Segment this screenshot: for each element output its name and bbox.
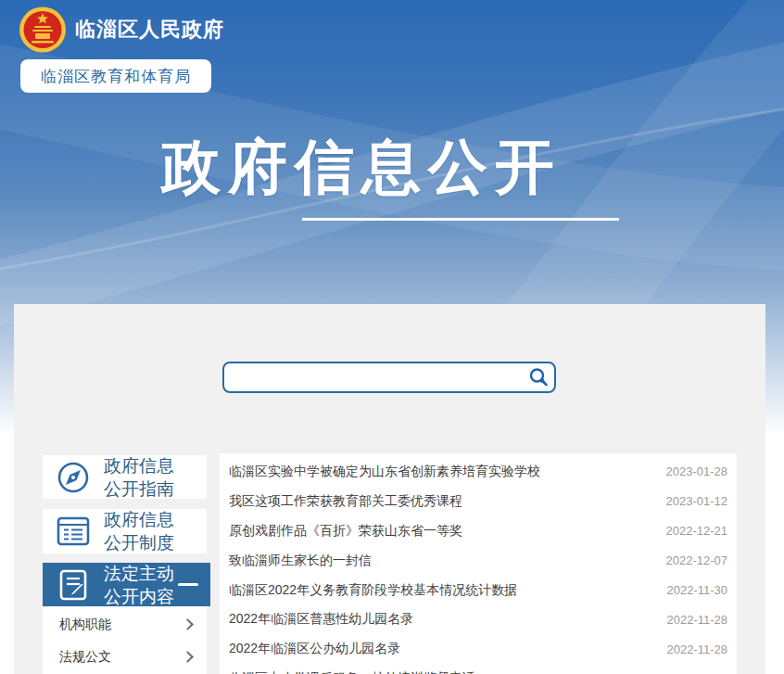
news-title[interactable]: 临淄区中小学课后服务、校外培训监督电话 [229, 670, 475, 674]
search-icon [527, 366, 550, 388]
clipboard-pen-icon [55, 567, 92, 603]
collapse-dash-icon[interactable] [178, 583, 198, 586]
page-title: 政府信息公开 [161, 135, 562, 198]
news-list-item[interactable]: 我区这项工作荣获教育部关工委优秀课程 2023-01-12 [229, 487, 727, 516]
subitem-label: 机构职能 [59, 617, 111, 633]
search-box [222, 362, 556, 393]
news-title[interactable]: 2022年临淄区普惠性幼儿园名录 [229, 611, 413, 628]
news-date: 2023-01-28 [666, 464, 728, 478]
search-input[interactable] [224, 363, 523, 391]
news-title[interactable]: 临淄区2022年义务教育阶段学校基本情况统计数据 [229, 582, 517, 599]
news-title[interactable]: 原创戏剧作品《百折》荣获山东省一等奖 [229, 523, 462, 540]
sidebar-item-label: 政府信息 公开指南 [104, 454, 174, 501]
news-date: 2022-11-30 [666, 583, 727, 597]
news-date: 2022-11-28 [666, 613, 727, 627]
sidebar-subitem-regulations[interactable]: 法规公文 [43, 642, 207, 671]
chevron-right-icon [182, 651, 194, 663]
site-title[interactable]: 临淄区人民政府 [75, 16, 224, 44]
news-title[interactable]: 我区这项工作荣获教育部关工委优秀课程 [229, 493, 462, 510]
news-list-item[interactable]: 临淄区2022年义务教育阶段学校基本情况统计数据 2022-11-30 [229, 576, 727, 605]
news-title[interactable]: 临淄区实验中学被确定为山东省创新素养培育实验学校 [229, 464, 540, 480]
department-button[interactable]: 临淄区教育和体育局 [20, 59, 211, 93]
sidebar-item-label: 政府信息 公开制度 [104, 508, 174, 554]
sidebar-item-gov-info-guide[interactable]: 政府信息 公开指南 [43, 455, 207, 499]
news-date: 2022-11-28 [666, 642, 727, 656]
news-list-item[interactable]: 临淄区中小学课后服务、校外培训监督电话 [229, 664, 727, 674]
news-date: 2023-01-12 [666, 494, 728, 508]
search-button[interactable] [523, 363, 554, 391]
news-date: 2022-12-21 [666, 524, 728, 538]
news-list-item[interactable]: 致临淄师生家长的一封信 2022-12-07 [229, 546, 727, 576]
compass-icon [55, 460, 92, 495]
national-emblem-icon [19, 6, 67, 53]
news-list-item[interactable]: 2022年临淄区公办幼儿园名录 2022-11-28 [229, 634, 727, 664]
news-date: 2022-12-07 [666, 553, 728, 567]
news-list-item[interactable]: 2022年临淄区普惠性幼儿园名录 2022-11-28 [229, 604, 727, 634]
sidebar-item-statutory-disclosure[interactable]: 法定主动 公开内容 [43, 563, 210, 606]
subitem-label: 法规公文 [59, 649, 111, 666]
news-list: 临淄区实验中学被确定为山东省创新素养培育实验学校 2023-01-28 我区这项… [220, 453, 737, 674]
news-list-item[interactable]: 临淄区实验中学被确定为山东省创新素养培育实验学校 2023-01-28 [229, 457, 727, 487]
content-panel: 政府信息 公开指南 政府信息 公开制度 [14, 304, 765, 674]
news-title[interactable]: 2022年临淄区公办幼儿园名录 [229, 641, 400, 657]
title-underline [302, 218, 619, 221]
news-title[interactable]: 致临淄师生家长的一封信 [229, 553, 372, 569]
sidebar-submenu: 机构职能 法规公文 [43, 606, 207, 674]
site-header[interactable]: 临淄区人民政府 [19, 6, 224, 53]
sidebar-subitem-org-functions[interactable]: 机构职能 [43, 610, 207, 639]
sidebar-item-label: 法定主动 公开内容 [104, 562, 174, 608]
sidebar-item-gov-info-system[interactable]: 政府信息 公开制度 [43, 509, 207, 553]
document-list-icon [55, 515, 92, 547]
news-list-item[interactable]: 原创戏剧作品《百折》荣获山东省一等奖 2022-12-21 [229, 516, 727, 546]
chevron-right-icon [182, 618, 194, 630]
